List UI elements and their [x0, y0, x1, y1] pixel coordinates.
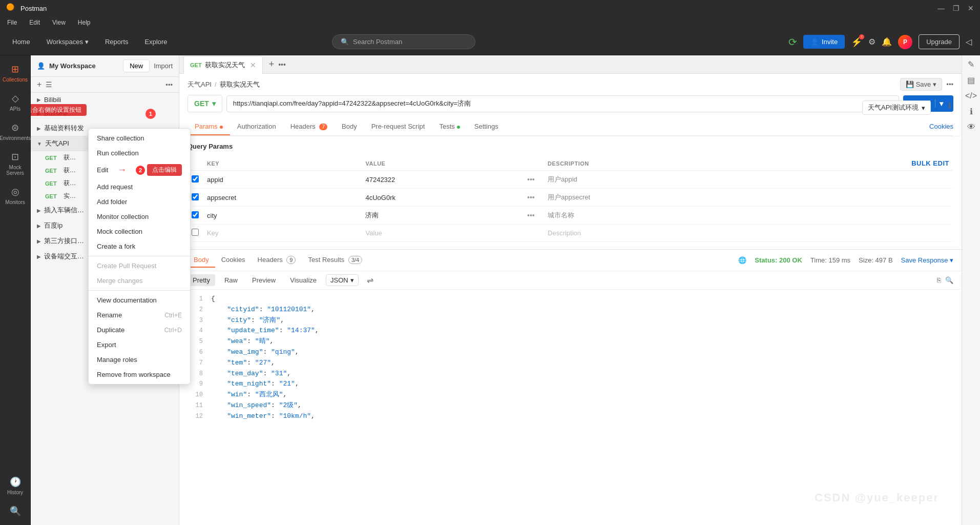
sidebar-item-monitors[interactable]: ◎ Monitors	[1, 182, 30, 209]
resp-tab-body[interactable]: Body	[187, 253, 215, 268]
tab-settings[interactable]: Settings	[467, 118, 506, 135]
maximize-btn[interactable]: ❐	[953, 4, 960, 12]
row3-desc[interactable]: 城市名称	[544, 207, 759, 225]
row1-desc[interactable]: 用户appid	[544, 171, 759, 189]
more-tabs-icon[interactable]: •••	[278, 60, 286, 69]
row2-more[interactable]: •••	[527, 193, 535, 201]
method-selector[interactable]: GET ▾	[187, 95, 222, 112]
info-icon[interactable]: ℹ	[948, 100, 951, 110]
tab-headers[interactable]: Headers 7	[283, 118, 335, 135]
save-response-button[interactable]: Save Response ▾	[901, 256, 953, 264]
close-btn[interactable]: ✕	[968, 4, 974, 12]
desc-placeholder[interactable]: Description	[544, 225, 759, 242]
menu-edit[interactable]: Edit	[26, 18, 43, 27]
settings-icon[interactable]: ⚙	[868, 37, 875, 47]
menu-monitor-collection[interactable]: Monitor collection	[89, 209, 190, 224]
raw-view-btn[interactable]: Raw	[219, 274, 243, 286]
menu-create-fork[interactable]: Create a fork	[89, 239, 190, 254]
minimize-btn[interactable]: —	[937, 4, 945, 12]
sidebar-item-environments[interactable]: ⊜ Environments	[1, 118, 30, 145]
send-dropdown-icon[interactable]: ▾	[935, 99, 943, 108]
avatar[interactable]: P	[898, 35, 912, 49]
environment-selector[interactable]: 天气API测试环境 ▾	[862, 100, 931, 115]
eye-icon[interactable]: 👁	[967, 123, 975, 132]
menu-add-folder[interactable]: Add folder	[89, 194, 190, 209]
tab-get-tianqi[interactable]: GET 获取实况天气 ✕	[183, 56, 263, 74]
search-bar[interactable]: 🔍 Search Postman	[332, 34, 475, 49]
tab-pre-request-script[interactable]: Pre-request Script	[364, 118, 432, 135]
tab-body[interactable]: Body	[335, 118, 364, 135]
tab-tests[interactable]: Tests	[432, 118, 467, 135]
format-selector[interactable]: JSON ▾	[326, 274, 359, 286]
menu-rename[interactable]: Rename Ctrl+E	[89, 308, 190, 322]
resp-tab-test-results[interactable]: Test Results 3/4	[302, 253, 368, 268]
search-json-icon[interactable]: 🔍	[945, 276, 953, 284]
row2-checkbox[interactable]	[192, 193, 199, 200]
lightning-icon[interactable]: ⚡!	[851, 36, 862, 48]
menu-run-collection[interactable]: Run collection	[89, 146, 190, 160]
row3-key[interactable]: city	[203, 207, 361, 225]
upgrade-button[interactable]: Upgrade	[919, 34, 960, 49]
menu-file[interactable]: File	[4, 18, 20, 27]
bell-icon[interactable]: 🔔	[882, 37, 892, 47]
window-controls[interactable]: — ❐ ✕	[937, 4, 974, 12]
more-options-icon[interactable]: •••	[946, 80, 953, 88]
breadcrumb-parent[interactable]: 天气API	[187, 80, 212, 89]
menu-manage-roles[interactable]: Manage roles	[89, 352, 190, 367]
row2-value[interactable]: 4cUoG0rk	[361, 189, 523, 207]
reports-button[interactable]: Reports	[101, 36, 133, 48]
key-placeholder[interactable]: Key	[203, 225, 361, 242]
workspaces-menu[interactable]: Workspaces ▾	[43, 36, 93, 48]
menu-view[interactable]: View	[49, 18, 69, 27]
sidebar-item-find-replace[interactable]: 🔍	[1, 501, 30, 521]
menu-edit[interactable]: Edit → 2 点击编辑	[89, 160, 190, 179]
row1-value[interactable]: 47242322	[361, 171, 523, 189]
visualize-view-btn[interactable]: Visualize	[285, 274, 322, 286]
sidebar-item-collections[interactable]: ⊞ Collections	[1, 59, 30, 87]
copy-icon[interactable]: ⎘	[937, 276, 941, 284]
home-button[interactable]: Home	[8, 36, 34, 48]
layout-icon[interactable]: ▤	[967, 75, 975, 85]
sidebar-item-apis[interactable]: ◇ APIs	[1, 89, 30, 116]
cookies-link[interactable]: Cookies	[929, 118, 953, 135]
preview-view-btn[interactable]: Preview	[247, 274, 281, 286]
import-button[interactable]: Import	[154, 62, 173, 70]
menu-share-collection[interactable]: Share collection	[89, 131, 190, 146]
row4-checkbox[interactable]	[192, 229, 199, 236]
row1-more[interactable]: •••	[527, 175, 535, 184]
sidebar-item-mock-servers[interactable]: ⊡ Mock Servers	[1, 147, 30, 180]
filter-icon[interactable]: ⇌	[367, 275, 373, 285]
close-tab-icon[interactable]: ✕	[250, 61, 256, 69]
menu-view-documentation[interactable]: View documentation	[89, 293, 190, 308]
add-collection-icon[interactable]: +	[37, 80, 41, 89]
menu-help[interactable]: Help	[75, 18, 94, 27]
bulk-edit-header[interactable]: Bulk Edit	[759, 156, 953, 171]
tab-params[interactable]: Params	[187, 118, 230, 135]
collapse-icon[interactable]: ◁	[966, 37, 972, 47]
resp-tab-cookies[interactable]: Cookies	[215, 253, 252, 268]
row3-value[interactable]: 济南	[361, 207, 523, 225]
code-icon[interactable]: </>	[965, 91, 977, 100]
menu-remove-from-workspace[interactable]: Remove from workspace	[89, 367, 190, 382]
menu-export[interactable]: Export	[89, 337, 190, 352]
url-input[interactable]	[226, 95, 899, 112]
sidebar-item-history[interactable]: 🕐 History	[1, 472, 30, 499]
row3-checkbox[interactable]	[192, 211, 199, 218]
row2-desc[interactable]: 用户appsecret	[544, 189, 759, 207]
menu-mock-collection[interactable]: Mock collection	[89, 224, 190, 239]
resp-tab-headers[interactable]: Headers 9	[252, 253, 302, 268]
sync-icon[interactable]: ⟳	[788, 36, 797, 48]
menu-add-request[interactable]: Add request	[89, 179, 190, 194]
filter-icon[interactable]: ☰	[46, 80, 52, 89]
more-options-icon[interactable]: •••	[165, 81, 173, 89]
save-button[interactable]: 💾 Save ▾	[900, 78, 943, 91]
row2-key[interactable]: appsecret	[203, 189, 361, 207]
menu-duplicate[interactable]: Duplicate Ctrl+D	[89, 322, 190, 337]
value-placeholder[interactable]: Value	[361, 225, 523, 242]
new-button[interactable]: New	[123, 59, 150, 72]
row3-more[interactable]: •••	[527, 211, 535, 219]
info-circle-icon[interactable]: ℹ	[970, 107, 973, 116]
row1-checkbox[interactable]	[192, 175, 199, 183]
invite-button[interactable]: 👤 Invite	[803, 35, 845, 49]
edit-icon[interactable]: ✎	[968, 59, 974, 69]
